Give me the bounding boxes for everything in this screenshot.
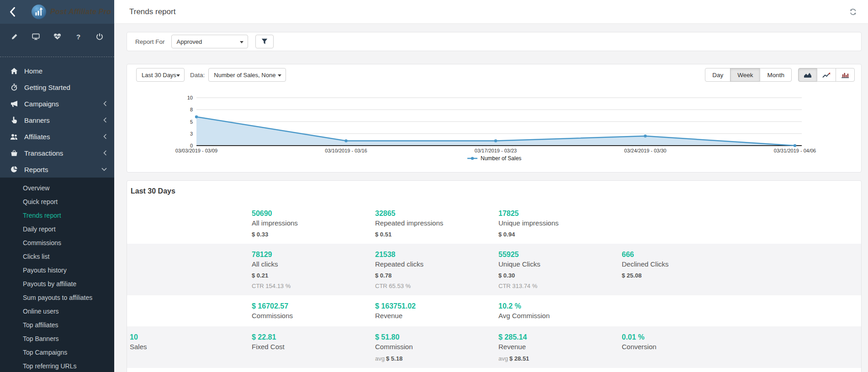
submenu-item-top-affiliates[interactable]: Top affiliates [0,318,114,332]
month-button[interactable]: Month [760,68,792,82]
stat-cell: 0.01 % Conversion [622,332,857,362]
help-toolbar-button[interactable]: ? [73,31,84,42]
stat-value: 0.01 % [622,332,857,342]
stat-value: 32865 [375,209,498,218]
funnel-icon [261,38,268,45]
stat-label: Revenue [375,311,498,320]
stat-label: All impressions [252,219,375,228]
trends-chart-panel: Last 30 Days Data: Number of Sales, None… [127,64,862,173]
chevron-left-icon [103,150,107,156]
sidebar-item-label: Transactions [24,149,63,157]
power-toolbar-button[interactable] [94,31,105,42]
bar-chart-button[interactable] [836,68,855,82]
help-icon: ? [76,33,80,40]
stat-cell: $ 163751.02 Revenue [375,301,498,320]
submenu-item-payouts-by-affiliate[interactable]: Payouts by affiliate [0,277,114,291]
sidebar-menu: Home Getting Started Campaigns Banners A… [0,57,114,178]
svg-text:8: 8 [190,107,193,112]
heartbeat-toolbar-button[interactable] [52,31,63,42]
stat-label: Revenue [498,342,622,351]
submenu-item-clicks-list[interactable]: Clicks list [0,250,114,263]
sidebar-item-affiliates[interactable]: Affiliates [0,128,114,145]
sidebar-item-label: Affiliates [24,133,50,141]
chevron-down-icon [101,168,107,171]
stat-cell: 32865 Repeated impressions $ 0.51 [375,209,498,238]
content: Report For Approved Last 30 Days Data: N… [114,24,868,372]
svg-text:3: 3 [190,131,193,136]
stats-title: Last 30 Days [127,187,861,195]
stat-value: 78129 [252,250,375,259]
pencil-icon [11,33,18,40]
submenu-item-commissions[interactable]: Commissions [0,236,114,250]
svg-text:10: 10 [187,95,193,100]
area-chart-button[interactable] [798,68,817,82]
megaphone-icon [10,100,18,107]
day-button[interactable]: Day [705,68,730,82]
stat-cell: $ 16702.57 Commissions [252,301,375,320]
chevron-left-icon [103,117,107,123]
reports-submenu: OverviewQuick reportTrends reportDaily r… [0,178,114,372]
stat-value: 666 [622,250,857,259]
line-chart-button[interactable] [817,68,836,82]
svg-text:03/03/2019 - 03/09: 03/03/2019 - 03/09 [175,148,217,153]
stat-label: Commission [375,342,498,351]
report-for-selected-value: Approved [177,38,202,45]
chart-controls: Last 30 Days Data: Number of Sales, None… [133,68,855,82]
stat-note: avg$ 5.18 [375,355,498,362]
sidebar-item-getting-started[interactable]: Getting Started [0,79,114,95]
chevron-left-icon [103,134,107,139]
stat-value: 17825 [498,209,622,218]
svg-text:03/31/2019 - 04/06: 03/31/2019 - 04/06 [774,148,816,153]
submenu-item-overview[interactable]: Overview [0,181,114,195]
filter-button[interactable] [255,35,274,48]
stat-row: 50690 All impressions $ 0.33 32865 Repea… [127,203,861,244]
submenu-item-quick-report[interactable]: Quick report [0,195,114,209]
date-range-selected-value: Last 30 Days [142,72,176,79]
submenu-item-top-referring-urls[interactable]: Top referring URLs [0,359,114,372]
date-range-select[interactable]: Last 30 Days [136,68,185,82]
stat-value: 50690 [252,209,375,218]
hand-pointer-icon [10,116,18,124]
collapse-sidebar-button[interactable] [9,7,16,17]
week-button[interactable]: Week [730,68,760,82]
monitor-toolbar-button[interactable] [31,31,42,42]
submenu-item-top-campaigns[interactable]: Top Campaigns [0,346,114,359]
sidebar-item-banners[interactable]: Banners [0,112,114,128]
stat-value: $ 51.80 [375,332,498,342]
submenu-item-trends-report[interactable]: Trends report [0,209,114,222]
pencil-toolbar-button[interactable] [9,31,20,42]
stats-rows: 50690 All impressions $ 0.33 32865 Repea… [127,203,861,368]
sidebar-item-label: Banners [24,116,50,124]
stat-sub: $ 0.78 [375,272,498,279]
period-button-group: DayWeekMonth [705,68,792,82]
submenu-item-online-users[interactable]: Online users [0,304,114,318]
submenu-item-sum-payouts-to-affiliates[interactable]: Sum payouts to affiliates [0,291,114,304]
stat-cell: $ 285.14 Revenue avg$ 28.51 [498,332,622,362]
area-chart-icon [804,72,812,78]
submenu-item-payouts-history[interactable]: Payouts history [0,263,114,277]
sidebar-item-label: Home [24,67,42,75]
sidebar-item-home[interactable]: Home [0,63,114,79]
submenu-item-daily-report[interactable]: Daily report [0,222,114,236]
stat-note: CTR 313.74 % [498,283,622,289]
stat-sub: $ 25.08 [622,272,857,279]
refresh-icon[interactable] [849,8,857,16]
sidebar-toolbar: ? [0,24,114,49]
trends-chart: 03581003/03/2019 - 03/0903/10/2019 - 03/… [133,86,868,168]
stat-sub: $ 0.30 [498,272,622,279]
stat-sub: $ 0.94 [498,231,622,238]
stat-row: $ 16702.57 Commissions $ 163751.02 Reven… [127,295,861,326]
submenu-item-top-banners[interactable]: Top Banners [0,332,114,346]
caret-down-icon [176,74,180,77]
pie-chart-icon [10,166,18,173]
sidebar-item-reports[interactable]: Reports [0,161,114,178]
svg-text:Number of Sales: Number of Sales [481,155,521,162]
sidebar-item-transactions[interactable]: Transactions [0,145,114,161]
sidebar: Post Affiliate Pro ? Home Getting Starte… [0,0,114,372]
stat-note: avg$ 28.51 [498,355,622,362]
report-for-select[interactable]: Approved [171,35,248,48]
sidebar-item-campaigns[interactable]: Campaigns [0,95,114,112]
caret-down-icon [278,74,281,77]
stat-cell: $ 22.81 Fixed Cost [252,332,375,362]
data-series-select[interactable]: Number of Sales, None [208,68,286,82]
